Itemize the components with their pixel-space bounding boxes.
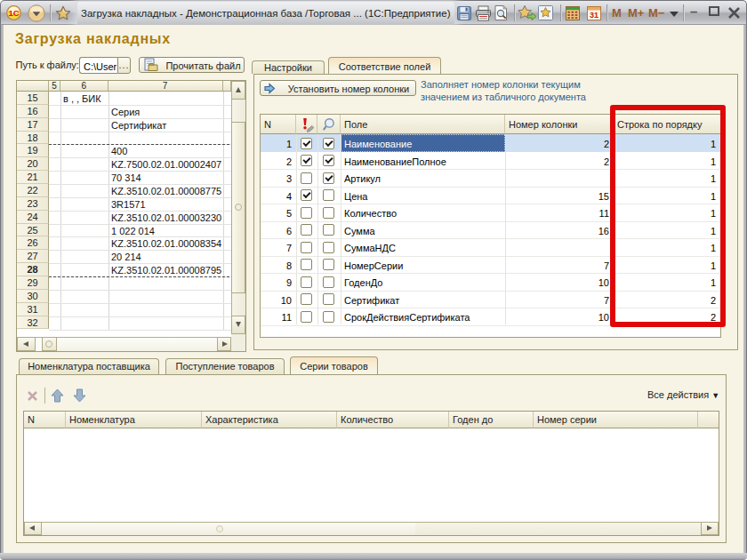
svg-text:1С: 1С xyxy=(8,8,19,18)
svg-text:31: 31 xyxy=(590,11,598,20)
